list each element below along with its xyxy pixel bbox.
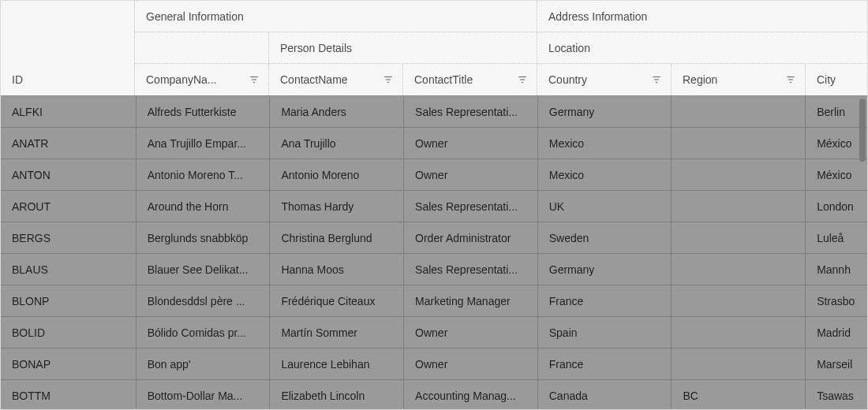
cell-region: [672, 222, 806, 253]
cell-country: UK: [538, 191, 672, 222]
table-row[interactable]: ANATRAna Trujillo Empar...Ana TrujilloOw…: [1, 128, 867, 159]
table-row[interactable]: BONAPBon app'Laurence LebihanOwnerFrance…: [1, 348, 867, 380]
cell-country: Germany: [538, 96, 672, 127]
cell-id: BLONP: [1, 285, 137, 316]
cell-city: London: [806, 191, 867, 222]
cell-city: Marseil: [806, 348, 867, 379]
cell-contact: Maria Anders: [270, 96, 404, 127]
table-row[interactable]: ALFKIAlfreds FutterkisteMaria AndersSale…: [1, 96, 867, 128]
cell-country: Mexico: [538, 128, 672, 158]
filter-icon[interactable]: [382, 73, 395, 86]
cell-id: BONAP: [1, 348, 137, 379]
cell-region: [672, 317, 806, 348]
cell-country: Mexico: [538, 159, 672, 190]
cell-contact: Frédérique Citeaux: [270, 285, 404, 316]
cell-city: Berlin: [806, 96, 867, 127]
cell-region: [672, 285, 806, 316]
cell-company: Berglunds snabbköp: [137, 222, 271, 253]
table-row[interactable]: BLONPBlondesddsl père ...Frédérique Cite…: [1, 285, 867, 317]
column-header-contact[interactable]: ContactName: [269, 64, 403, 95]
cell-contact: Laurence Lebihan: [270, 348, 404, 379]
group-person-details[interactable]: Person Details: [269, 32, 537, 64]
cell-id: BERGS: [1, 222, 137, 253]
grid-header: ID General Information Address Informati…: [1, 1, 867, 96]
column-header-id[interactable]: ID: [1, 1, 135, 95]
cell-id: BOTTM: [1, 380, 137, 409]
cell-country: Canada: [538, 380, 672, 409]
cell-city: México: [806, 159, 867, 190]
cell-title: Order Administrator: [404, 222, 538, 253]
cell-id: AROUT: [1, 191, 137, 222]
filter-icon[interactable]: [784, 73, 797, 86]
group-label: General Information: [146, 10, 244, 23]
group-label: Location: [548, 42, 590, 54]
group-label: Person Details: [280, 42, 352, 54]
cell-region: [672, 96, 806, 127]
data-grid: ID General Information Address Informati…: [0, 0, 868, 410]
cell-contact: Martín Sommer: [270, 317, 404, 348]
group-row-mid: Person Details Location: [135, 32, 867, 64]
cell-contact: Thomas Hardy: [270, 191, 404, 222]
group-location[interactable]: Location: [537, 32, 867, 64]
cell-region: BC: [672, 380, 806, 409]
cell-region: [672, 159, 806, 190]
column-label: ContactName: [280, 73, 377, 86]
group-label: Address Information: [548, 10, 647, 23]
cell-company: Around the Horn: [137, 191, 271, 222]
cell-id: ALFKI: [1, 96, 137, 127]
column-header-region[interactable]: Region: [672, 64, 806, 95]
cell-country: France: [538, 285, 672, 316]
column-label: ContactTitle: [414, 73, 511, 86]
cell-title: Sales Representati...: [404, 254, 538, 285]
group-address-information[interactable]: Address Information: [537, 1, 867, 32]
cell-company: Blauer See Delikat...: [137, 254, 271, 285]
filter-icon[interactable]: [516, 73, 529, 86]
grid-body[interactable]: ALFKIAlfreds FutterkisteMaria AndersSale…: [1, 95, 867, 409]
cell-id: ANATR: [1, 128, 137, 158]
header-stack: General Information Address Information …: [135, 1, 867, 95]
cell-company: Ana Trujillo Empar...: [137, 128, 271, 158]
cell-company: Blondesddsl père ...: [137, 285, 271, 316]
cell-title: Accounting Manag...: [404, 380, 538, 409]
cell-city: Madrid: [806, 317, 867, 348]
group-company-blank[interactable]: [135, 32, 269, 64]
table-row[interactable]: BOTTMBottom-Dollar Ma...Elizabeth Lincol…: [1, 380, 867, 409]
group-general-information[interactable]: General Information: [135, 1, 537, 32]
cell-country: France: [538, 348, 672, 379]
table-row[interactable]: BERGSBerglunds snabbköpChristina Berglun…: [1, 222, 867, 254]
cell-region: [672, 128, 806, 158]
cell-country: Germany: [538, 254, 672, 285]
cell-city: Mannh: [806, 254, 867, 285]
column-label: CompanyNa...: [146, 73, 243, 86]
filter-icon[interactable]: [248, 73, 260, 86]
cell-city: México: [806, 128, 867, 158]
column-label: ID: [12, 73, 123, 86]
table-row[interactable]: AROUTAround the HornThomas HardySales Re…: [1, 191, 867, 222]
filter-icon[interactable]: [650, 73, 663, 86]
column-label: Country: [548, 73, 645, 86]
cell-city: Luleå: [806, 222, 867, 253]
cell-contact: Christina Berglund: [270, 222, 404, 253]
column-header-city[interactable]: City: [806, 64, 867, 95]
table-row[interactable]: BLAUSBlauer See Delikat...Hanna MoosSale…: [1, 254, 867, 285]
column-header-country[interactable]: Country: [537, 64, 672, 95]
table-row[interactable]: BOLIDBólido Comidas pr...Martín SommerOw…: [1, 317, 867, 348]
cell-country: Sweden: [538, 222, 672, 253]
column-header-company[interactable]: CompanyNa...: [135, 64, 269, 95]
cell-city: Strasbo: [806, 285, 867, 316]
column-header-title[interactable]: ContactTitle: [403, 64, 537, 95]
scrollbar-thumb[interactable]: [859, 99, 866, 162]
cell-id: ANTON: [1, 159, 137, 190]
group-row-top: General Information Address Information: [135, 1, 867, 32]
column-label: Region: [683, 73, 780, 86]
vertical-scrollbar[interactable]: [859, 99, 866, 407]
cell-contact: Ana Trujillo: [270, 128, 404, 158]
cell-region: [672, 348, 806, 379]
table-row[interactable]: ANTONAntonio Moreno T...Antonio MorenoOw…: [1, 159, 867, 191]
cell-company: Bottom-Dollar Ma...: [137, 380, 271, 409]
cell-id: BOLID: [1, 317, 137, 348]
cell-title: Sales Representati...: [404, 96, 538, 127]
cell-country: Spain: [538, 317, 672, 348]
cell-company: Bon app': [137, 348, 271, 379]
cell-title: Owner: [404, 159, 538, 190]
